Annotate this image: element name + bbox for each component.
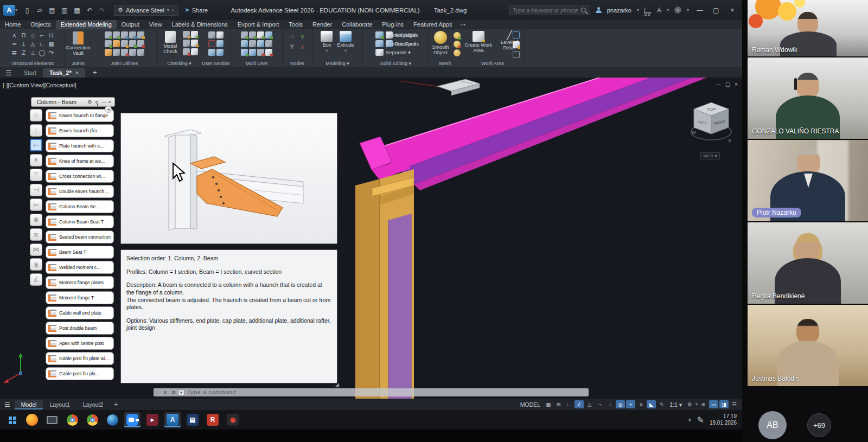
category-icon[interactable]: ⊤	[30, 169, 42, 181]
viewport-minimize-icon[interactable]: —	[716, 81, 721, 87]
tool-icon[interactable]	[208, 49, 215, 56]
tool-icon[interactable]	[513, 31, 520, 39]
palette-pin-icon[interactable]	[95, 101, 98, 104]
tool-icon[interactable]	[137, 31, 144, 39]
pen-input-icon[interactable]: ✎	[697, 415, 704, 425]
tool-icon[interactable]: ◯	[38, 49, 46, 57]
tool-icon[interactable]	[249, 40, 256, 47]
tool-icon[interactable]	[265, 40, 272, 47]
settings-gear-icon[interactable]: ⚙	[685, 400, 694, 408]
tool-icon[interactable]	[113, 31, 120, 39]
widgets-weather-icon[interactable]	[24, 412, 40, 427]
smooth-object-button[interactable]: Smooth Object	[430, 31, 451, 56]
tool-icon[interactable]	[454, 32, 461, 39]
command-line-bar[interactable]: ∷ ✕ ⚙ ▾ Type a command	[154, 388, 589, 396]
category-icon[interactable]: ≋	[30, 228, 42, 241]
ribbon-collapse-icon[interactable]: ▪ ▾	[461, 22, 465, 29]
tool-icon[interactable]	[129, 49, 136, 56]
chrome-icon[interactable]	[64, 412, 80, 427]
joint-item[interactable]: Column Beam Seat T	[46, 215, 114, 228]
browser-globe-icon[interactable]	[104, 412, 120, 427]
open-icon[interactable]: ▱	[35, 7, 44, 14]
tool-icon[interactable]: Y	[288, 43, 296, 51]
tool-icon[interactable]	[137, 49, 144, 56]
viewport-controls-label[interactable]: [-][Custom View][Conceptual]	[3, 82, 76, 88]
taskbar-clock[interactable]: 17:19 19.01.2026	[710, 413, 737, 427]
tool-icon[interactable]	[513, 41, 520, 48]
joint-item[interactable]: Seated beam connection	[46, 230, 114, 244]
tab-featured-apps[interactable]: Featured Apps	[409, 20, 457, 29]
media-app-icon[interactable]: ▸	[144, 412, 161, 427]
participant-avatar[interactable]: AB	[758, 411, 787, 439]
tool-icon[interactable]	[183, 48, 190, 55]
joint-item[interactable]: Eaves haunch to flange	[46, 109, 114, 122]
extrude-button[interactable]: Extrude ▾	[337, 31, 354, 54]
tool-icon[interactable]	[265, 49, 272, 56]
category-icon-selected[interactable]: ⊢	[30, 139, 42, 151]
separate-button[interactable]: Separate ▾	[376, 49, 419, 56]
video-tile[interactable]: Piotr Nazarko	[748, 140, 868, 221]
tool-icon[interactable]	[257, 49, 264, 56]
tool-icon[interactable]	[105, 49, 112, 56]
joint-item[interactable]: Gable wall end plate	[46, 306, 114, 319]
object-snap-icon[interactable]: ⊥	[605, 400, 615, 408]
palette-minimize-icon[interactable]: —	[100, 99, 107, 105]
tab-objects[interactable]: Objects	[25, 20, 55, 29]
tool-icon[interactable]	[191, 48, 198, 55]
file-tab-start[interactable]: Start	[17, 68, 43, 78]
tool-icon[interactable]: ⊓	[47, 31, 55, 40]
category-icon[interactable]: ⊣	[30, 184, 42, 196]
plot-icon[interactable]: ▦	[73, 7, 81, 14]
tool-icon[interactable]	[241, 40, 248, 47]
annotation-icon[interactable]: ✎	[657, 400, 666, 408]
transparency-icon[interactable]: ◣	[647, 400, 656, 408]
joint-item[interactable]: Column Beam Se...	[46, 200, 114, 213]
joint-item[interactable]: Gable post fin plate wi...	[46, 352, 114, 365]
purple-plate[interactable]	[388, 214, 411, 399]
hardware-accel-icon[interactable]: ◨	[719, 400, 729, 408]
zoom-icon[interactable]	[124, 412, 141, 427]
tool-icon[interactable]	[241, 31, 248, 39]
tool-icon[interactable]	[105, 40, 112, 47]
snap-toggle-icon[interactable]: ⊞	[554, 400, 563, 408]
tool-icon[interactable]	[191, 40, 198, 47]
tab-render[interactable]: Render	[308, 20, 337, 29]
viewport-close-icon[interactable]: ×	[735, 81, 738, 87]
joint-item[interactable]: Moment flange plates	[46, 276, 114, 289]
joint-item[interactable]: Eaves haunch (fro...	[46, 124, 114, 137]
lineweight-icon[interactable]: ≡	[636, 400, 646, 408]
object-snap-tracking-icon[interactable]: +	[626, 400, 635, 408]
windows-start-icon[interactable]	[4, 412, 20, 427]
autodesk-app-icon[interactable]: A	[657, 7, 661, 14]
tab-tools[interactable]: Tools	[284, 20, 308, 29]
new-tab-button[interactable]: +	[90, 68, 100, 78]
polar-tracking-icon[interactable]: ∠	[575, 400, 584, 408]
file-tabs-menu-icon[interactable]: ☰	[5, 69, 12, 77]
command-customize-wrench-icon[interactable]: ⚙	[169, 390, 178, 395]
palette-settings-gear-icon[interactable]: ⚙	[86, 99, 93, 105]
tool-icon[interactable]: ⌐	[38, 31, 46, 40]
drawing-viewport[interactable]: [-][Custom View][Conceptual] — ▢ × TOP L…	[0, 78, 742, 399]
tray-expand-icon[interactable]: ∧	[688, 417, 692, 422]
joint-item[interactable]: Moment flange T	[46, 291, 114, 304]
model-space-indicator[interactable]: MODEL	[518, 401, 542, 408]
tool-icon[interactable]	[191, 31, 198, 38]
annotation-scale[interactable]: 1:1 ▾	[667, 401, 684, 408]
tool-icon[interactable]	[241, 49, 248, 56]
tool-icon[interactable]: ⌂	[29, 49, 37, 57]
tool-icon[interactable]	[216, 49, 224, 56]
category-icon[interactable]: ⊥	[30, 124, 42, 137]
extract-edges-button[interactable]: Extract Edges	[376, 31, 419, 39]
grid-toggle-icon[interactable]: ▦	[544, 400, 553, 408]
palette-header[interactable]: Column - Beam ⚙ — ×	[31, 97, 115, 107]
tool-icon[interactable]: ∩	[288, 33, 296, 41]
tool-icon[interactable]	[216, 31, 224, 39]
panel-resize-grip[interactable]: ◢	[335, 382, 339, 387]
restore-button[interactable]: ▢	[711, 7, 722, 14]
save-icon[interactable]: ▤	[48, 7, 56, 14]
tool-icon[interactable]: ▦	[47, 40, 55, 48]
model-check-button[interactable]: Model Check	[161, 31, 180, 56]
tab-view[interactable]: View	[144, 20, 167, 29]
tool-icon[interactable]	[183, 40, 190, 47]
new-layout-button[interactable]: +	[110, 401, 122, 408]
